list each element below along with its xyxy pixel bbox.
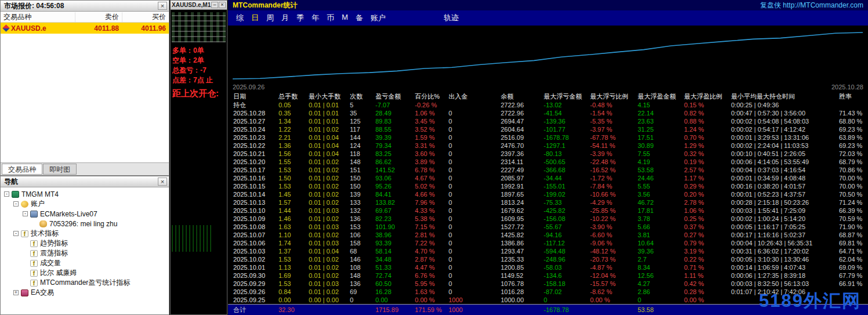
- menu-item-月[interactable]: 月: [280, 12, 290, 24]
- stats-row[interactable]: 2025.10.201.550.01 | 0.0214886.623.89 %0…: [228, 158, 868, 166]
- column-header[interactable]: 最大浮盈比例: [684, 92, 731, 101]
- chart-toolbar-remnants: [172, 12, 226, 42]
- stats-row[interactable]: 2025.09.291.530.01 | 0.0313660.505.95 %0…: [228, 280, 868, 288]
- stats-row[interactable]: 2025.10.232.210.01 | 0.0414439.391.59 %0…: [228, 133, 868, 142]
- chart-window-titlebar[interactable]: XAUUSD.e,M1 – ×: [171, 1, 227, 10]
- column-header[interactable]: 盈亏金额: [375, 92, 415, 101]
- cell-time: 0:00:28 | 2:15:18 | 50:23:26: [731, 198, 839, 207]
- menu-item-币[interactable]: 币: [326, 12, 335, 24]
- stats-row[interactable]: 2025.10.071.100.01 | 0.0210638.962.81 %0…: [228, 231, 868, 239]
- stats-row[interactable]: 2025.10.141.450.01 | 0.0213984.414.66 %0…: [228, 190, 868, 198]
- menu-item-track[interactable]: 轨迹: [443, 12, 460, 24]
- column-header-bid[interactable]: 卖价: [75, 12, 122, 22]
- close-icon[interactable]: ×: [158, 2, 167, 10]
- column-header[interactable]: 日期: [233, 92, 279, 101]
- menu-item-M[interactable]: M: [341, 12, 349, 24]
- cell-count: 153: [350, 223, 375, 231]
- tree-item[interactable]: -ECMarkets-Live07: [1, 209, 169, 219]
- tree-item[interactable]: f成交量: [1, 258, 169, 268]
- tree-item[interactable]: -账户: [1, 199, 169, 209]
- cell-dd: -34.44: [544, 174, 590, 182]
- cell-dd_pct: -3.39 %: [590, 150, 638, 158]
- stats-row[interactable]: 2025.10.211.560.01 | 0.0411883.253.60 %0…: [228, 150, 868, 158]
- column-header[interactable]: 最大浮亏比例: [590, 92, 638, 101]
- menu-item-周[interactable]: 周: [265, 12, 275, 24]
- close-icon[interactable]: ×: [219, 2, 226, 8]
- cell-fp: 46.72: [638, 198, 684, 207]
- expand-icon[interactable]: +: [13, 290, 19, 295]
- tree-item[interactable]: fMTCommander盈亏统计指标: [1, 278, 169, 288]
- menu-item-日[interactable]: 日: [250, 12, 260, 24]
- menu-item-年[interactable]: 年: [310, 12, 320, 24]
- stats-row[interactable]: 2025.10.021.530.01 | 0.0214634.482.87 %0…: [228, 255, 868, 263]
- column-header[interactable]: 次数: [350, 92, 375, 101]
- collapse-icon[interactable]: -: [23, 211, 28, 216]
- ea-overlay-text: 多单：0单空单：2单总盈亏：-7点差：7点 止距上次开仓:: [172, 46, 219, 98]
- column-header[interactable]: 百分比%: [415, 92, 449, 101]
- tree-item[interactable]: 7053296: mei ling zhu: [1, 219, 169, 229]
- cell-win: 64.71 %: [839, 247, 868, 255]
- tab-tick-chart[interactable]: 即时图: [43, 164, 77, 175]
- market-watch-titlebar[interactable]: 市场报价: 04:56:08 ×: [1, 1, 169, 12]
- tree-item[interactable]: f震荡指标: [1, 248, 169, 258]
- tab-symbols[interactable]: 交易品种: [2, 164, 42, 175]
- stats-row[interactable]: 2025.10.161.500.01 | 0.0215093.064.67 %0…: [228, 174, 868, 182]
- navigator-titlebar[interactable]: 导航 ×: [1, 176, 169, 187]
- stats-row[interactable]: 2025.10.061.740.01 | 0.0315893.397.22 %0…: [228, 239, 868, 247]
- menu-item-季[interactable]: 季: [295, 12, 305, 24]
- stats-row[interactable]: 持仓0.050.01 | 0.015-7.07-0.26 %2722.96-13…: [228, 101, 868, 109]
- stats-row[interactable]: 2025.10.091.460.01 | 0.0213682.235.38 %0…: [228, 215, 868, 223]
- stats-row[interactable]: 2025.10.241.220.01 | 0.0211788.553.52 %0…: [228, 125, 868, 133]
- column-header[interactable]: 最小大手数: [309, 92, 350, 101]
- stats-row[interactable]: 2025.10.221.360.01 | 0.0412479.343.31 %0…: [228, 142, 868, 150]
- column-header[interactable]: 最大浮盈金额: [638, 92, 684, 101]
- menu-item-备[interactable]: 备: [355, 12, 364, 24]
- cell-count: 106: [350, 231, 375, 239]
- cell-dd_pct: -54.11 %: [590, 142, 638, 150]
- column-header-symbol[interactable]: 交易品种: [1, 12, 75, 22]
- stats-row[interactable]: 2025.10.011.130.01 | 0.0210851.334.47 %0…: [228, 263, 868, 271]
- menu-item-账户[interactable]: 账户: [370, 12, 387, 24]
- tree-item[interactable]: -TMGM MT4: [1, 189, 169, 199]
- cell-lots: 1.69: [279, 271, 309, 280]
- cell-count: 124: [350, 142, 375, 150]
- close-icon[interactable]: ×: [158, 178, 167, 186]
- tree-item[interactable]: f趋势指标: [1, 238, 169, 248]
- tree-item[interactable]: f比尔 威廉姆: [1, 268, 169, 278]
- symbol-row[interactable]: XAUUSD.e 4011.88 4011.96: [1, 23, 169, 34]
- stats-row[interactable]: 2025.10.081.630.01 | 0.03153101.907.15 %…: [228, 223, 868, 231]
- stats-row[interactable]: 2025.09.301.690.01 | 0.0214872.746.76 %0…: [228, 271, 868, 280]
- tree-item[interactable]: +EA交易: [1, 288, 169, 298]
- collapse-icon[interactable]: -: [4, 191, 9, 197]
- cell-pl: 0.00: [375, 296, 415, 304]
- stats-website-link[interactable]: 复盘侠 http://MTCommander.com: [760, 1, 863, 10]
- stats-row[interactable]: 2025.10.101.440.01 | 0.0313269.674.33 %0…: [228, 207, 868, 215]
- column-header[interactable]: 总手数: [279, 92, 309, 101]
- collapse-icon[interactable]: -: [13, 231, 19, 236]
- stats-row[interactable]: 2025.10.131.570.01 | 0.02133133.827.96 %…: [228, 198, 868, 207]
- cell-dd_pct: -6.60 %: [590, 231, 638, 239]
- cell-fp_pct: 2.78 %: [684, 198, 731, 207]
- stats-titlebar[interactable]: MTCommander统计 复盘侠 http://MTCommander.com: [228, 0, 868, 10]
- minimize-icon[interactable]: –: [211, 2, 218, 8]
- menu-item-综[interactable]: 综: [235, 12, 245, 24]
- column-header[interactable]: 最大浮亏金额: [544, 92, 590, 101]
- stats-row[interactable]: 2025.10.031.370.01 | 0.046858.144.70 %01…: [228, 247, 868, 255]
- stats-row[interactable]: 2025.10.271.340.01 | 0.0112589.833.45 %0…: [228, 117, 868, 125]
- stats-row[interactable]: 2025.10.280.350.01 | 0.013528.491.06 %02…: [228, 109, 868, 117]
- cell-fp: 3.78: [638, 215, 684, 223]
- tree-item[interactable]: -f技术指标: [1, 229, 169, 238]
- indicator-icon: f: [30, 260, 38, 267]
- column-header-ask[interactable]: 买价: [122, 12, 169, 22]
- column-header[interactable]: 胜率: [839, 92, 868, 101]
- stats-row[interactable]: 2025.10.171.530.01 | 0.02151141.526.78 %…: [228, 166, 868, 174]
- cell-dd: -158.18: [544, 280, 590, 288]
- total-fp_pct: [684, 305, 731, 315]
- cell-fp_pct: 0.25 %: [684, 215, 731, 223]
- stats-row[interactable]: 2025.10.151.530.01 | 0.0215095.265.02 %0…: [228, 182, 868, 190]
- collapse-icon[interactable]: -: [13, 201, 19, 207]
- column-header[interactable]: 余额: [501, 92, 544, 101]
- cell-pl: 39.39: [375, 133, 415, 142]
- column-header[interactable]: 出入金: [449, 92, 501, 101]
- column-header[interactable]: 最小平均最大持仓时间: [731, 92, 839, 101]
